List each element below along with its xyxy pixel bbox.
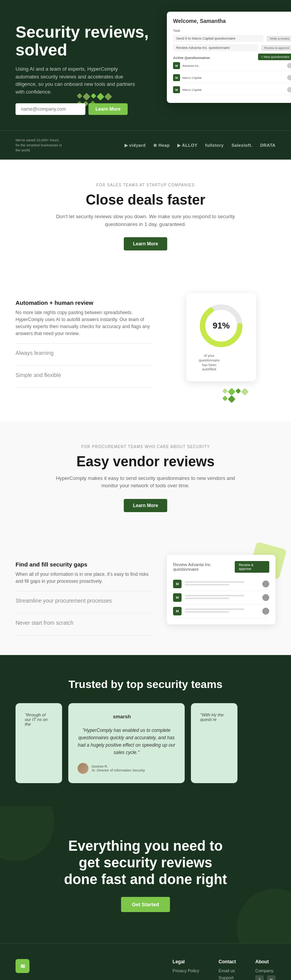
footer-support-link[interactable]: Support [218, 975, 236, 980]
donut-card: 91% of your questionnaire has been autof… [186, 293, 256, 381]
avatar-2 [287, 75, 291, 80]
footer-privacy-link[interactable]: Privacy Policy [173, 968, 199, 973]
vendor-row-3: M [173, 605, 269, 618]
screenshot-task-label: Task [173, 29, 291, 33]
author-info: Desiree R. Sr. Director of Information S… [92, 765, 145, 772]
vendor-avatar-3 [262, 608, 269, 615]
visual-deco [223, 389, 250, 402]
deco-diamond [228, 388, 236, 396]
sales-title: Close deals faster [16, 192, 275, 208]
cta-title: Everything you need to get security revi… [64, 838, 227, 888]
vendor-tag: FOR PROCUREMENT TEAMS WHO CARE ABOUT SEC… [16, 445, 275, 449]
hero-section: Security reviews, solved Using AI and a … [0, 0, 291, 130]
vendor-bars-1 [185, 581, 259, 587]
footer-logo-icon: ≋ [16, 959, 29, 973]
footer-logo-symbol: ≋ [20, 963, 25, 970]
bar [185, 611, 229, 613]
footer-legal-heading: Legal [173, 959, 199, 964]
smarsh-logo: smarsh [113, 712, 140, 720]
vendor-cta-button[interactable]: Learn More [124, 499, 168, 512]
vendor-title: Easy vendor reviews [16, 454, 275, 470]
partner-vidyard: ▶ vidyard [125, 143, 146, 148]
footer: ≋ Legal Privacy Policy Contact Email us … [0, 943, 291, 980]
bar [185, 608, 244, 610]
footer-about-heading: About [255, 959, 275, 964]
partner-heap: ⊕ Heap [153, 143, 170, 148]
testimonials-heading: Trusted by top security teams [16, 678, 275, 691]
vendor-section: FOR PROCUREMENT TEAMS WHO CARE ABOUT SEC… [0, 421, 291, 535]
feature-item-3[interactable]: Simple and flexible [16, 366, 151, 388]
footer-columns: Legal Privacy Policy Contact Email us Su… [173, 959, 275, 980]
hero-subtitle: Using AI and a team of experts, HyperCom… [16, 65, 140, 96]
testimonial-card-right-partial: "With Hy the questi re [191, 703, 237, 783]
avatar-1 [287, 63, 291, 68]
deco-diamond [241, 388, 249, 396]
sales-features-area: Automation + human review No more late n… [0, 274, 291, 421]
social-icons: 𝕏 in [255, 975, 275, 980]
author-title: Sr. Director of Information Security [92, 768, 145, 772]
testimonial-author: Desiree R. Sr. Director of Information S… [78, 763, 175, 774]
sales-cta-button[interactable]: Learn More [124, 237, 168, 250]
screenshot-action-2: Review & approve [261, 45, 291, 51]
sales-visual: 91% of your questionnaire has been autof… [167, 293, 275, 402]
cta-button[interactable]: Get Started [121, 897, 170, 912]
footer-logo: ≋ [16, 959, 29, 973]
screenshot-active-row-2: M Marco Capital [173, 73, 291, 83]
vendor-feature-title-2: Streamline your procurement processes [16, 598, 151, 604]
partner-drata: DRATA [260, 143, 275, 148]
hero-screenshot: Welcome, Samantha Task Send it to Marco … [167, 12, 291, 103]
twitter-icon[interactable]: 𝕏 [255, 975, 264, 980]
partner-alloy: ▶ ALLOY [177, 143, 197, 148]
testimonial-card-main: smarsh "HyperComply has enabled us to co… [68, 703, 185, 783]
vendor-icon-3: M [173, 607, 182, 615]
vendor-row-1: M [173, 577, 269, 591]
feature-item-1: Automation + human review No more late n… [16, 293, 151, 344]
hero-form: Learn More [16, 103, 163, 115]
deco-diamond [222, 388, 228, 394]
footer-col-legal: Legal Privacy Policy [173, 959, 199, 980]
screenshot-active-row-1: M Advanta Inc. [173, 61, 291, 71]
vendor-card-title: Review Advanta Inc. questionnaire [173, 562, 235, 572]
sales-features-list: Automation + human review No more late n… [16, 293, 151, 388]
vendor-icon-1: M [173, 580, 182, 588]
footer-email-link[interactable]: Email us [218, 968, 236, 973]
partners-text: We've saved 10,000+ hours for the smarte… [16, 138, 62, 153]
testimonial-logo: smarsh [78, 712, 175, 721]
footer-col-about: About Company 𝕏 in [255, 959, 275, 980]
linkedin-icon[interactable]: in [267, 975, 275, 980]
donut-percent: 91% [213, 321, 230, 331]
vendor-row-2: M [173, 591, 269, 605]
hero-cta-button[interactable]: Learn More [88, 103, 128, 115]
partners-logos: ▶ vidyard ⊕ Heap ▶ ALLOY fullstory Sales… [125, 143, 275, 148]
testimonial-card-left-partial: "through of our IT ns on the [16, 703, 62, 783]
avatar-3 [287, 87, 291, 92]
testimonials-section: Trusted by top security teams "through o… [0, 655, 291, 806]
deco-diamond [228, 395, 236, 403]
vendor-card-wrapper: Review Advanta Inc. questionnaire Review… [167, 555, 275, 624]
cta-deco-2 [237, 889, 291, 943]
footer-company-link[interactable]: Company [255, 968, 275, 973]
vendor-avatar-1 [262, 580, 269, 587]
deco-diamond [236, 388, 241, 394]
vendor-feature-desc-1: When all of your information is in one p… [16, 571, 151, 585]
deco-diamond [222, 396, 228, 401]
partner-salesloft: Salesloft. [232, 143, 253, 148]
vendor-visual: Review Advanta Inc. questionnaire Review… [167, 555, 275, 624]
vendor-bars-3 [185, 608, 259, 614]
vendor-feature-2[interactable]: Streamline your procurement processes [16, 591, 151, 613]
footer-col-contact: Contact Email us Support [218, 959, 236, 980]
vendor-features-area: Find and fill security gaps When all of … [0, 535, 291, 655]
vendor-subtitle: HyperComply makes it easy to send securi… [52, 474, 239, 490]
testimonial-partial-text: "through of our IT ns on the [25, 712, 53, 726]
vendor-review-button[interactable]: Review & approve [235, 561, 269, 573]
donut-text: 91% [213, 321, 230, 331]
screenshot-row-1: Send it to Marco Capital questionnaire W… [173, 35, 291, 42]
author-name: Desiree R. [92, 765, 145, 768]
footer-inner: ≋ Legal Privacy Policy Contact Email us … [16, 959, 275, 980]
vendor-feature-title-1: Find and fill security gaps [16, 561, 151, 568]
email-input[interactable] [16, 103, 85, 115]
feature-item-2[interactable]: Always learning [16, 344, 151, 366]
sales-section: FOR SALES TEAMS AT STARTUP COMPANIES Clo… [0, 160, 291, 274]
vendor-feature-3[interactable]: Never start from scratch [16, 613, 151, 636]
screenshot-item-2: Review Advanta Inc. questionnaire [173, 44, 258, 51]
